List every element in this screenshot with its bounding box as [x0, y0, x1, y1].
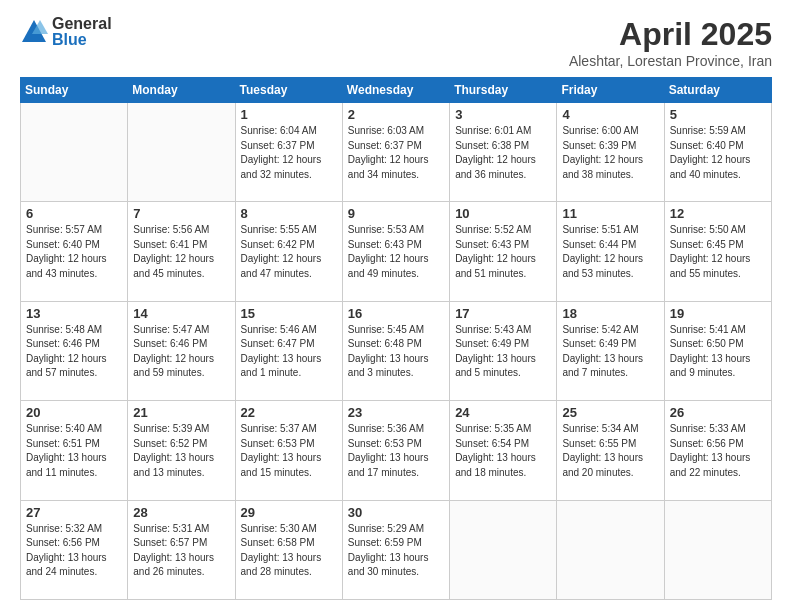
- main-title: April 2025: [569, 16, 772, 53]
- day-number: 23: [348, 405, 445, 420]
- day-info: Sunrise: 5:50 AM Sunset: 6:45 PM Dayligh…: [670, 223, 767, 281]
- day-number: 6: [26, 206, 123, 221]
- day-info: Sunrise: 5:57 AM Sunset: 6:40 PM Dayligh…: [26, 223, 123, 281]
- day-number: 8: [241, 206, 338, 221]
- logo-blue: Blue: [52, 32, 112, 48]
- calendar-cell: 13Sunrise: 5:48 AM Sunset: 6:46 PM Dayli…: [21, 301, 128, 400]
- subtitle: Aleshtar, Lorestan Province, Iran: [569, 53, 772, 69]
- day-info: Sunrise: 6:00 AM Sunset: 6:39 PM Dayligh…: [562, 124, 659, 182]
- day-info: Sunrise: 5:51 AM Sunset: 6:44 PM Dayligh…: [562, 223, 659, 281]
- day-number: 7: [133, 206, 230, 221]
- day-number: 21: [133, 405, 230, 420]
- page: General Blue April 2025 Aleshtar, Lorest…: [0, 0, 792, 612]
- calendar-header-friday: Friday: [557, 78, 664, 103]
- calendar-header-tuesday: Tuesday: [235, 78, 342, 103]
- calendar-cell: [128, 103, 235, 202]
- day-number: 11: [562, 206, 659, 221]
- day-number: 30: [348, 505, 445, 520]
- day-number: 13: [26, 306, 123, 321]
- day-info: Sunrise: 6:01 AM Sunset: 6:38 PM Dayligh…: [455, 124, 552, 182]
- calendar-cell: [557, 500, 664, 599]
- day-number: 15: [241, 306, 338, 321]
- day-number: 28: [133, 505, 230, 520]
- day-number: 9: [348, 206, 445, 221]
- title-block: April 2025 Aleshtar, Lorestan Province, …: [569, 16, 772, 69]
- day-number: 5: [670, 107, 767, 122]
- day-info: Sunrise: 5:55 AM Sunset: 6:42 PM Dayligh…: [241, 223, 338, 281]
- calendar-cell: 26Sunrise: 5:33 AM Sunset: 6:56 PM Dayli…: [664, 401, 771, 500]
- calendar-table: SundayMondayTuesdayWednesdayThursdayFrid…: [20, 77, 772, 600]
- calendar-cell: 1Sunrise: 6:04 AM Sunset: 6:37 PM Daylig…: [235, 103, 342, 202]
- calendar-cell: 15Sunrise: 5:46 AM Sunset: 6:47 PM Dayli…: [235, 301, 342, 400]
- day-number: 18: [562, 306, 659, 321]
- calendar-cell: 12Sunrise: 5:50 AM Sunset: 6:45 PM Dayli…: [664, 202, 771, 301]
- calendar-header-monday: Monday: [128, 78, 235, 103]
- calendar-cell: 17Sunrise: 5:43 AM Sunset: 6:49 PM Dayli…: [450, 301, 557, 400]
- day-info: Sunrise: 5:48 AM Sunset: 6:46 PM Dayligh…: [26, 323, 123, 381]
- day-info: Sunrise: 6:04 AM Sunset: 6:37 PM Dayligh…: [241, 124, 338, 182]
- calendar-week-1: 1Sunrise: 6:04 AM Sunset: 6:37 PM Daylig…: [21, 103, 772, 202]
- calendar-cell: 27Sunrise: 5:32 AM Sunset: 6:56 PM Dayli…: [21, 500, 128, 599]
- day-number: 3: [455, 107, 552, 122]
- calendar-header-saturday: Saturday: [664, 78, 771, 103]
- day-number: 1: [241, 107, 338, 122]
- calendar-cell: 5Sunrise: 5:59 AM Sunset: 6:40 PM Daylig…: [664, 103, 771, 202]
- day-info: Sunrise: 5:37 AM Sunset: 6:53 PM Dayligh…: [241, 422, 338, 480]
- day-number: 14: [133, 306, 230, 321]
- calendar-cell: 22Sunrise: 5:37 AM Sunset: 6:53 PM Dayli…: [235, 401, 342, 500]
- calendar-cell: 19Sunrise: 5:41 AM Sunset: 6:50 PM Dayli…: [664, 301, 771, 400]
- day-number: 4: [562, 107, 659, 122]
- calendar-cell: 4Sunrise: 6:00 AM Sunset: 6:39 PM Daylig…: [557, 103, 664, 202]
- calendar-cell: 20Sunrise: 5:40 AM Sunset: 6:51 PM Dayli…: [21, 401, 128, 500]
- day-number: 22: [241, 405, 338, 420]
- calendar-cell: 21Sunrise: 5:39 AM Sunset: 6:52 PM Dayli…: [128, 401, 235, 500]
- calendar-week-2: 6Sunrise: 5:57 AM Sunset: 6:40 PM Daylig…: [21, 202, 772, 301]
- calendar-cell: 30Sunrise: 5:29 AM Sunset: 6:59 PM Dayli…: [342, 500, 449, 599]
- calendar-cell: 29Sunrise: 5:30 AM Sunset: 6:58 PM Dayli…: [235, 500, 342, 599]
- calendar-cell: [21, 103, 128, 202]
- calendar-week-4: 20Sunrise: 5:40 AM Sunset: 6:51 PM Dayli…: [21, 401, 772, 500]
- day-info: Sunrise: 5:32 AM Sunset: 6:56 PM Dayligh…: [26, 522, 123, 580]
- day-number: 16: [348, 306, 445, 321]
- day-number: 2: [348, 107, 445, 122]
- day-info: Sunrise: 5:40 AM Sunset: 6:51 PM Dayligh…: [26, 422, 123, 480]
- calendar-cell: 6Sunrise: 5:57 AM Sunset: 6:40 PM Daylig…: [21, 202, 128, 301]
- day-number: 17: [455, 306, 552, 321]
- calendar-cell: 9Sunrise: 5:53 AM Sunset: 6:43 PM Daylig…: [342, 202, 449, 301]
- calendar-cell: 10Sunrise: 5:52 AM Sunset: 6:43 PM Dayli…: [450, 202, 557, 301]
- calendar-cell: 24Sunrise: 5:35 AM Sunset: 6:54 PM Dayli…: [450, 401, 557, 500]
- calendar-header-row: SundayMondayTuesdayWednesdayThursdayFrid…: [21, 78, 772, 103]
- day-info: Sunrise: 5:33 AM Sunset: 6:56 PM Dayligh…: [670, 422, 767, 480]
- calendar-header-thursday: Thursday: [450, 78, 557, 103]
- calendar-cell: [450, 500, 557, 599]
- day-number: 19: [670, 306, 767, 321]
- calendar-cell: 18Sunrise: 5:42 AM Sunset: 6:49 PM Dayli…: [557, 301, 664, 400]
- day-info: Sunrise: 5:56 AM Sunset: 6:41 PM Dayligh…: [133, 223, 230, 281]
- calendar-cell: 3Sunrise: 6:01 AM Sunset: 6:38 PM Daylig…: [450, 103, 557, 202]
- calendar-cell: 2Sunrise: 6:03 AM Sunset: 6:37 PM Daylig…: [342, 103, 449, 202]
- day-number: 29: [241, 505, 338, 520]
- day-number: 26: [670, 405, 767, 420]
- logo-text: General Blue: [52, 16, 112, 48]
- day-number: 12: [670, 206, 767, 221]
- calendar-cell: 7Sunrise: 5:56 AM Sunset: 6:41 PM Daylig…: [128, 202, 235, 301]
- calendar-week-5: 27Sunrise: 5:32 AM Sunset: 6:56 PM Dayli…: [21, 500, 772, 599]
- day-info: Sunrise: 5:35 AM Sunset: 6:54 PM Dayligh…: [455, 422, 552, 480]
- day-info: Sunrise: 5:42 AM Sunset: 6:49 PM Dayligh…: [562, 323, 659, 381]
- day-number: 27: [26, 505, 123, 520]
- day-info: Sunrise: 5:41 AM Sunset: 6:50 PM Dayligh…: [670, 323, 767, 381]
- header: General Blue April 2025 Aleshtar, Lorest…: [20, 16, 772, 69]
- day-number: 10: [455, 206, 552, 221]
- day-info: Sunrise: 5:43 AM Sunset: 6:49 PM Dayligh…: [455, 323, 552, 381]
- day-info: Sunrise: 6:03 AM Sunset: 6:37 PM Dayligh…: [348, 124, 445, 182]
- day-info: Sunrise: 5:45 AM Sunset: 6:48 PM Dayligh…: [348, 323, 445, 381]
- day-info: Sunrise: 5:30 AM Sunset: 6:58 PM Dayligh…: [241, 522, 338, 580]
- logo: General Blue: [20, 16, 112, 48]
- day-info: Sunrise: 5:46 AM Sunset: 6:47 PM Dayligh…: [241, 323, 338, 381]
- day-number: 25: [562, 405, 659, 420]
- day-info: Sunrise: 5:29 AM Sunset: 6:59 PM Dayligh…: [348, 522, 445, 580]
- logo-general: General: [52, 16, 112, 32]
- day-info: Sunrise: 5:53 AM Sunset: 6:43 PM Dayligh…: [348, 223, 445, 281]
- calendar-header-wednesday: Wednesday: [342, 78, 449, 103]
- day-info: Sunrise: 5:47 AM Sunset: 6:46 PM Dayligh…: [133, 323, 230, 381]
